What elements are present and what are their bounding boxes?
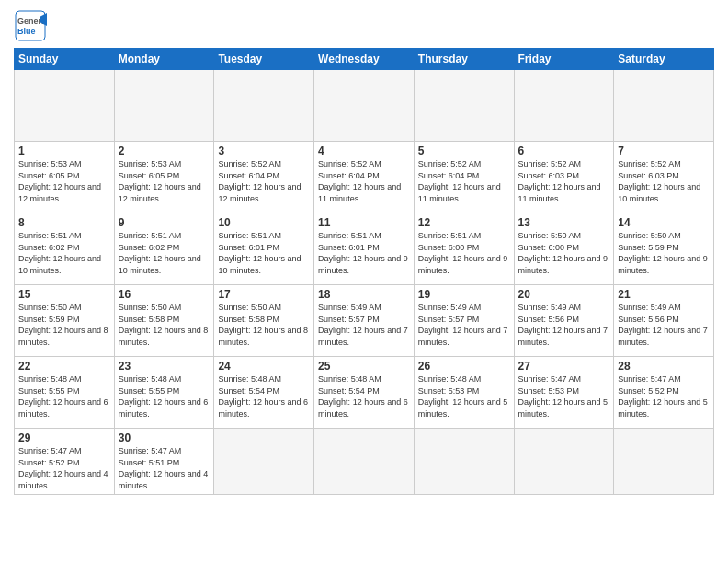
table-row: 25Sunrise: 5:48 AMSunset: 5:54 PMDayligh… [314,357,415,429]
page: General Blue Sunday Monday Tuesday Wedne… [0,0,728,563]
table-row [314,429,415,495]
day-info: Sunrise: 5:50 AMSunset: 5:58 PMDaylight:… [119,302,210,348]
day-number: 23 [119,360,210,373]
table-row: 24Sunrise: 5:48 AMSunset: 5:54 PMDayligh… [214,357,314,429]
day-number: 21 [618,288,710,301]
day-number: 7 [618,144,710,157]
table-row: 26Sunrise: 5:48 AMSunset: 5:53 PMDayligh… [414,357,514,429]
day-number: 8 [18,216,110,229]
day-info: Sunrise: 5:51 AMSunset: 6:02 PMDaylight:… [18,230,110,276]
col-sunday: Sunday [15,49,115,70]
day-info: Sunrise: 5:48 AMSunset: 5:54 PMDaylight:… [318,373,410,419]
calendar-week-row: 15Sunrise: 5:50 AMSunset: 5:59 PMDayligh… [15,285,714,357]
col-monday: Monday [114,49,214,70]
day-info: Sunrise: 5:49 AMSunset: 5:56 PMDaylight:… [618,302,710,348]
table-row: 6Sunrise: 5:52 AMSunset: 6:03 PMDaylight… [514,142,614,213]
day-number: 13 [518,216,610,229]
day-number: 30 [119,431,210,444]
day-number: 26 [418,360,510,373]
day-number: 2 [119,144,210,157]
day-info: Sunrise: 5:48 AMSunset: 5:55 PMDaylight:… [18,373,110,419]
day-info: Sunrise: 5:50 AMSunset: 5:59 PMDaylight:… [18,302,110,348]
day-info: Sunrise: 5:51 AMSunset: 6:01 PMDaylight:… [218,230,310,276]
table-row: 17Sunrise: 5:50 AMSunset: 5:58 PMDayligh… [214,285,314,357]
table-row: 9Sunrise: 5:51 AMSunset: 6:02 PMDaylight… [114,213,214,285]
col-saturday: Saturday [614,49,714,70]
day-number: 11 [318,216,410,229]
col-thursday: Thursday [414,49,514,70]
calendar-week-row: 8Sunrise: 5:51 AMSunset: 6:02 PMDaylight… [15,213,714,285]
day-number: 24 [218,360,310,373]
day-number: 14 [618,216,710,229]
table-row: 1Sunrise: 5:53 AMSunset: 6:05 PMDaylight… [15,142,115,213]
table-row [214,429,314,495]
table-row: 5Sunrise: 5:52 AMSunset: 6:04 PMDaylight… [414,142,514,213]
day-info: Sunrise: 5:52 AMSunset: 6:04 PMDaylight:… [218,158,310,204]
table-row [314,70,415,142]
day-number: 4 [318,144,410,157]
table-row: 23Sunrise: 5:48 AMSunset: 5:55 PMDayligh… [114,357,214,429]
svg-text:Blue: Blue [17,27,36,36]
table-row: 7Sunrise: 5:52 AMSunset: 6:03 PMDaylight… [614,142,714,213]
table-row: 18Sunrise: 5:49 AMSunset: 5:57 PMDayligh… [314,285,415,357]
calendar-week-row: 1Sunrise: 5:53 AMSunset: 6:05 PMDaylight… [15,142,714,213]
table-row [414,70,514,142]
day-info: Sunrise: 5:49 AMSunset: 5:57 PMDaylight:… [318,302,410,348]
table-row: 29Sunrise: 5:47 AMSunset: 5:52 PMDayligh… [15,429,115,495]
day-number: 18 [318,288,410,301]
table-row [514,429,614,495]
table-row: 12Sunrise: 5:51 AMSunset: 6:00 PMDayligh… [414,213,514,285]
table-row [514,70,614,142]
day-info: Sunrise: 5:52 AMSunset: 6:03 PMDaylight:… [518,158,610,204]
day-info: Sunrise: 5:51 AMSunset: 6:01 PMDaylight:… [318,230,410,276]
day-number: 9 [119,216,210,229]
table-row: 4Sunrise: 5:52 AMSunset: 6:04 PMDaylight… [314,142,415,213]
header: General Blue [14,9,714,42]
day-info: Sunrise: 5:48 AMSunset: 5:53 PMDaylight:… [418,373,510,419]
table-row [214,70,314,142]
table-row: 2Sunrise: 5:53 AMSunset: 6:05 PMDaylight… [114,142,214,213]
table-row: 13Sunrise: 5:50 AMSunset: 6:00 PMDayligh… [514,213,614,285]
day-number: 25 [318,360,410,373]
table-row: 15Sunrise: 5:50 AMSunset: 5:59 PMDayligh… [15,285,115,357]
table-row: 14Sunrise: 5:50 AMSunset: 5:59 PMDayligh… [614,213,714,285]
col-tuesday: Tuesday [214,49,314,70]
day-info: Sunrise: 5:47 AMSunset: 5:52 PMDaylight:… [618,373,710,419]
table-row [15,70,115,142]
day-info: Sunrise: 5:49 AMSunset: 5:56 PMDaylight:… [518,302,610,348]
calendar-week-row [15,70,714,142]
day-info: Sunrise: 5:52 AMSunset: 6:04 PMDaylight:… [318,158,410,204]
day-number: 15 [18,288,110,301]
table-row: 28Sunrise: 5:47 AMSunset: 5:52 PMDayligh… [614,357,714,429]
table-row [614,429,714,495]
table-row [114,70,214,142]
day-info: Sunrise: 5:53 AMSunset: 6:05 PMDaylight:… [18,158,110,204]
day-info: Sunrise: 5:49 AMSunset: 5:57 PMDaylight:… [418,302,510,348]
day-number: 22 [18,360,110,373]
logo-icon: General Blue [14,9,47,42]
day-info: Sunrise: 5:51 AMSunset: 6:00 PMDaylight:… [418,230,510,276]
table-row: 27Sunrise: 5:47 AMSunset: 5:53 PMDayligh… [514,357,614,429]
day-number: 12 [418,216,510,229]
day-number: 17 [218,288,310,301]
day-info: Sunrise: 5:50 AMSunset: 5:58 PMDaylight:… [218,302,310,348]
day-info: Sunrise: 5:51 AMSunset: 6:02 PMDaylight:… [119,230,210,276]
day-number: 10 [218,216,310,229]
day-number: 27 [518,360,610,373]
day-number: 19 [418,288,510,301]
day-number: 20 [518,288,610,301]
col-wednesday: Wednesday [314,49,415,70]
day-info: Sunrise: 5:47 AMSunset: 5:53 PMDaylight:… [518,373,610,419]
day-info: Sunrise: 5:47 AMSunset: 5:52 PMDaylight:… [18,445,110,491]
table-row: 20Sunrise: 5:49 AMSunset: 5:56 PMDayligh… [514,285,614,357]
table-row: 3Sunrise: 5:52 AMSunset: 6:04 PMDaylight… [214,142,314,213]
table-row: 21Sunrise: 5:49 AMSunset: 5:56 PMDayligh… [614,285,714,357]
day-info: Sunrise: 5:48 AMSunset: 5:54 PMDaylight:… [218,373,310,419]
day-number: 28 [618,360,710,373]
day-number: 29 [18,431,110,444]
day-info: Sunrise: 5:47 AMSunset: 5:51 PMDaylight:… [119,445,210,491]
table-row [414,429,514,495]
day-number: 3 [218,144,310,157]
day-info: Sunrise: 5:50 AMSunset: 5:59 PMDaylight:… [618,230,710,276]
day-info: Sunrise: 5:53 AMSunset: 6:05 PMDaylight:… [119,158,210,204]
